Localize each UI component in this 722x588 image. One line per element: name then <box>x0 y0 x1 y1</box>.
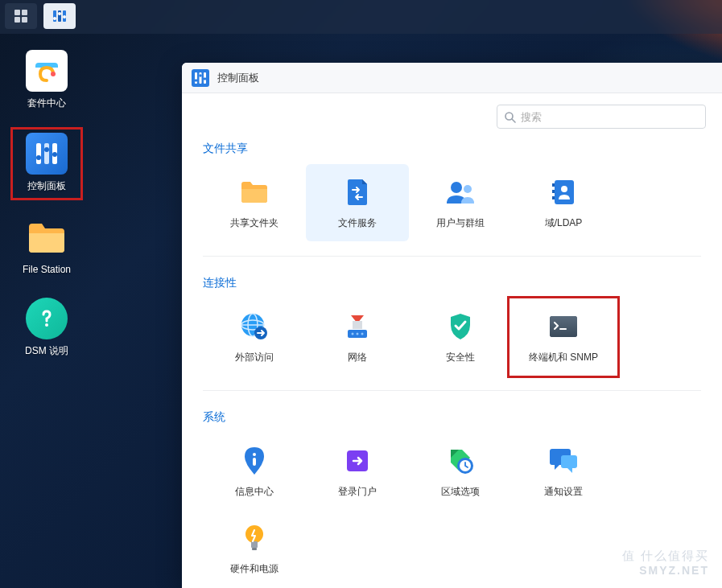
svg-rect-20 <box>195 72 197 84</box>
window-title: 控制面板 <box>217 71 259 85</box>
cp-item-label: 共享文件夹 <box>230 216 278 230</box>
cp-item-label: 用户与群组 <box>436 216 485 230</box>
cp-item-label: 域/LDAP <box>545 216 583 230</box>
svg-point-18 <box>45 323 48 327</box>
cp-item-regional[interactable]: 区域选项 <box>409 433 512 510</box>
cp-item-label: 通知设置 <box>544 485 583 499</box>
cp-item-notifications[interactable]: 通知设置 <box>512 433 615 510</box>
section-file-sharing: 文件共享 共享文件夹 文件服务 用户与群组 域/LDAP <box>182 137 722 271</box>
cp-item-label: 安全性 <box>446 351 475 364</box>
desktop-icon-dsm-help[interactable]: DSM 说明 <box>14 298 79 358</box>
login-icon <box>344 447 371 475</box>
package-center-icon <box>31 55 63 87</box>
shield-icon <box>448 312 473 341</box>
svg-rect-2 <box>14 17 20 23</box>
apps-grid-icon <box>14 9 28 23</box>
svg-point-44 <box>361 332 364 335</box>
svg-rect-32 <box>552 190 555 193</box>
svg-rect-40 <box>353 321 362 329</box>
section-title: 文件共享 <box>203 142 701 156</box>
svg-point-11 <box>51 72 56 76</box>
cp-item-network[interactable]: 网络 <box>306 298 409 376</box>
svg-rect-56 <box>251 541 258 548</box>
desktop-icon-label: 套件中心 <box>27 97 66 110</box>
cp-item-security[interactable]: 安全性 <box>409 298 512 376</box>
svg-rect-57 <box>252 548 257 550</box>
cp-item-file-services[interactable]: 文件服务 <box>306 164 409 241</box>
search-row <box>182 93 722 137</box>
desktop-icon-label: DSM 说明 <box>25 344 68 358</box>
svg-point-23 <box>195 79 198 82</box>
svg-rect-13 <box>44 143 49 164</box>
watermark: 值 什么值得买 SMYZ.NET <box>622 549 709 577</box>
svg-point-48 <box>253 453 256 456</box>
svg-point-34 <box>561 186 567 192</box>
cp-item-label: 文件服务 <box>338 216 377 230</box>
svg-rect-46 <box>550 316 577 337</box>
svg-point-25 <box>204 77 207 80</box>
globe-clock-icon <box>446 446 475 475</box>
question-icon <box>35 307 58 330</box>
cp-item-label: 终端机和 SNMP <box>529 351 598 364</box>
svg-point-42 <box>352 332 354 335</box>
svg-rect-21 <box>200 72 202 84</box>
watermark-cn: 值 什么值得买 <box>622 549 709 564</box>
control-panel-icon <box>31 138 62 169</box>
cp-item-label: 外部访问 <box>235 351 274 364</box>
cp-item-label: 信息中心 <box>235 485 274 499</box>
svg-rect-1 <box>22 10 27 15</box>
svg-rect-33 <box>552 196 555 199</box>
cp-item-label: 登录门户 <box>338 485 377 499</box>
cp-item-hardware-power[interactable]: 硬件和电源 <box>203 510 306 587</box>
taskbar <box>0 0 722 34</box>
main-menu-button[interactable] <box>5 3 37 29</box>
cp-item-label: 网络 <box>348 351 367 364</box>
svg-point-24 <box>199 74 202 77</box>
cp-item-users-groups[interactable]: 用户与群组 <box>409 164 512 241</box>
svg-point-9 <box>63 15 66 19</box>
bulb-icon <box>244 524 265 553</box>
svg-point-43 <box>357 332 359 335</box>
desktop-icons: 套件中心 控制面板 File Station DSM 说明 <box>14 50 79 380</box>
chat-icon <box>548 447 579 475</box>
search-input[interactable] <box>521 111 699 123</box>
folder-icon <box>240 180 269 204</box>
svg-rect-3 <box>22 17 27 23</box>
terminal-icon <box>548 315 579 339</box>
cp-item-terminal-snmp[interactable]: 终端机和 SNMP <box>512 298 615 376</box>
svg-point-8 <box>58 12 61 15</box>
svg-line-27 <box>512 119 515 122</box>
window-titlebar[interactable]: 控制面板 <box>182 63 722 93</box>
svg-point-55 <box>245 525 263 543</box>
address-book-icon <box>551 179 576 206</box>
section-connectivity: 连接性 外部访问 网络 安全性 终端机和 SNMP <box>182 271 722 405</box>
cp-item-shared-folder[interactable]: 共享文件夹 <box>203 164 306 241</box>
router-icon <box>343 312 372 341</box>
users-icon <box>445 179 476 205</box>
svg-point-15 <box>36 155 41 160</box>
cp-item-label: 硬件和电源 <box>230 562 278 576</box>
desktop-icon-control-panel[interactable]: 控制面板 <box>10 127 83 200</box>
equalizer-icon <box>52 8 68 24</box>
section-title: 系统 <box>203 410 701 425</box>
svg-point-7 <box>53 17 56 20</box>
section-title: 连接性 <box>203 276 701 290</box>
svg-point-29 <box>464 185 472 193</box>
equalizer-icon <box>192 69 209 87</box>
cp-item-login-portal[interactable]: 登录门户 <box>306 433 409 510</box>
svg-point-16 <box>44 147 49 152</box>
svg-rect-31 <box>552 183 555 187</box>
desktop-icon-label: 控制面板 <box>27 179 66 193</box>
folder-icon <box>26 220 68 256</box>
file-transfer-icon <box>344 178 370 207</box>
desktop-icon-file-station[interactable]: File Station <box>14 217 79 275</box>
cp-item-external-access[interactable]: 外部访问 <box>203 298 306 376</box>
globe-icon <box>240 312 269 341</box>
taskbar-control-panel[interactable] <box>43 3 76 29</box>
desktop-icon-package-center[interactable]: 套件中心 <box>14 50 79 110</box>
search-box[interactable] <box>497 105 706 129</box>
svg-rect-49 <box>253 458 256 466</box>
cp-item-domain-ldap[interactable]: 域/LDAP <box>512 164 615 241</box>
svg-point-28 <box>451 182 462 193</box>
cp-item-info-center[interactable]: 信息中心 <box>203 433 306 510</box>
